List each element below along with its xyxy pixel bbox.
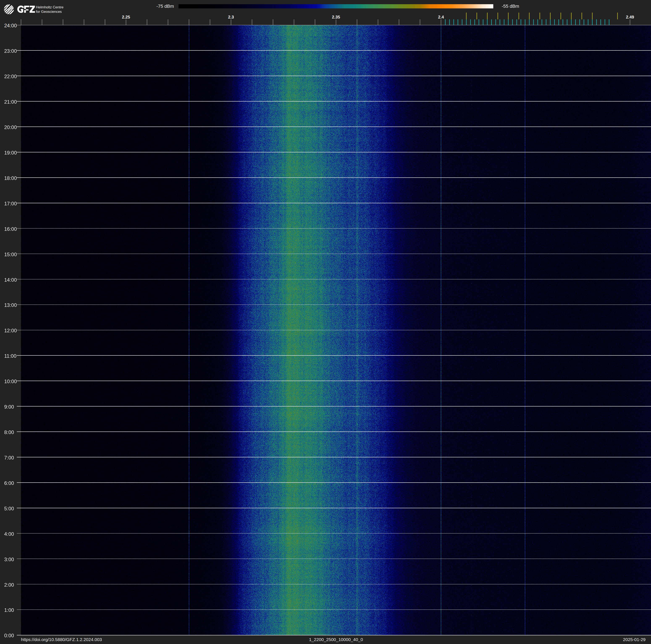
svg-text:Helmholtz Centre: Helmholtz Centre <box>36 5 63 9</box>
svg-text:for Geosciences: for Geosciences <box>36 10 62 14</box>
